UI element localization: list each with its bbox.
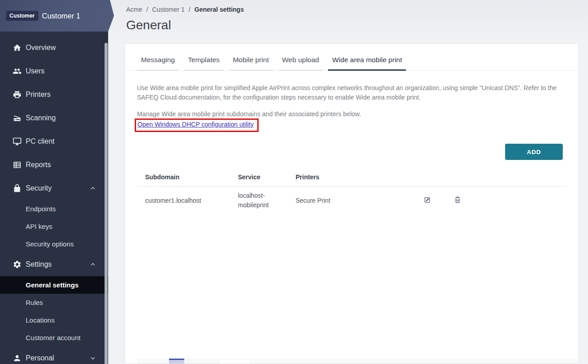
sidebar-item-reports[interactable]: Reports xyxy=(0,153,108,177)
column-header-printers: Printers xyxy=(287,173,413,181)
delete-icon xyxy=(454,196,463,204)
users-icon xyxy=(13,67,22,76)
table-header-row: Subdomain Service Printers xyxy=(137,167,567,187)
sidebar-item-label: Printers xyxy=(26,91,50,99)
chevron-up-icon[interactable] xyxy=(89,185,96,192)
reports-icon xyxy=(13,160,22,169)
printer-icon xyxy=(13,90,22,99)
sidebar-subitem-label: General settings xyxy=(26,281,79,289)
sidebar-item-overview[interactable]: Overview xyxy=(0,36,108,59)
chevron-down-icon[interactable] xyxy=(89,355,96,362)
sidebar-subitem-label: Locations xyxy=(26,316,55,324)
dhcp-utility-link[interactable]: Open Windows DHCP configuration utility xyxy=(137,121,254,128)
sidebar-item-scanning[interactable]: Scanning xyxy=(0,106,108,130)
sidebar-item-label: PC client xyxy=(26,137,55,146)
intro-text: Use Wide area mobile print for simplifie… xyxy=(137,83,565,102)
annotation-highlight-box: Open Windows DHCP configuration utility xyxy=(135,118,259,132)
sidebar-item-pc-client[interactable]: PC client xyxy=(0,130,108,153)
scanner-icon xyxy=(13,114,22,123)
lock-icon xyxy=(13,184,22,193)
edit-button[interactable] xyxy=(424,196,433,205)
manage-section: Manage Wide area mobile print subdomains… xyxy=(137,109,566,132)
tab-mobile-print[interactable]: Mobile print xyxy=(229,53,273,71)
toolbar: ADD xyxy=(125,144,563,160)
breadcrumb-separator: / xyxy=(146,6,148,13)
sidebar-subitem-label: Rules xyxy=(26,299,43,306)
sidebar-item-endpoints[interactable]: Endpoints xyxy=(0,200,108,218)
sidebar-item-printers[interactable]: Printers xyxy=(0,83,108,106)
edit-icon xyxy=(424,196,433,204)
chevron-up-icon[interactable] xyxy=(89,261,96,268)
sidebar-nav: Overview Users Printers Scanning xyxy=(0,32,108,364)
account-name: Customer 1 xyxy=(42,12,80,20)
sidebar-item-label: Scanning xyxy=(26,114,56,122)
sidebar-subitem-label: API keys xyxy=(26,223,52,230)
sidebar-item-api-keys[interactable]: API keys xyxy=(0,218,108,235)
sidebar-item-general-settings[interactable]: General settings xyxy=(0,276,108,294)
cell-service: localhost-mobileprint xyxy=(230,191,287,210)
gear-icon xyxy=(13,260,22,269)
person-icon xyxy=(13,354,22,363)
add-button[interactable]: ADD xyxy=(505,144,563,160)
next-section-edge xyxy=(137,359,578,364)
cell-printers: Secure Print xyxy=(287,197,413,204)
sidebar-item-customer-account[interactable]: Customer account xyxy=(0,329,108,346)
home-icon xyxy=(13,43,22,52)
column-header-subdomain: Subdomain xyxy=(137,173,230,181)
tab-web-upload[interactable]: Web upload xyxy=(278,53,323,71)
sidebar-item-security-options[interactable]: Security options xyxy=(0,235,108,253)
sidebar-item-label: Users xyxy=(26,67,45,75)
sidebar-item-label: Security xyxy=(26,184,52,192)
page-title: General xyxy=(126,18,578,32)
tab-messaging[interactable]: Messaging xyxy=(137,53,179,71)
subdomains-table: Subdomain Service Printers customer1.loc… xyxy=(137,167,567,214)
manage-text: Manage Wide area mobile print subdomains… xyxy=(137,109,566,119)
sidebar-item-label: Personal xyxy=(26,354,54,362)
sidebar-scrollbar[interactable] xyxy=(105,43,108,364)
breadcrumb-separator: / xyxy=(189,6,191,13)
sidebar-item-rules[interactable]: Rules xyxy=(0,294,108,311)
settings-card: Messaging Templates Mobile print Web upl… xyxy=(125,44,578,364)
sidebar-subitem-label: Customer account xyxy=(26,334,81,341)
sidebar-item-label: Settings xyxy=(26,260,52,268)
monitor-icon xyxy=(13,137,22,146)
app-root: Customer Customer 1 Overview Users xyxy=(0,0,588,364)
sidebar: Customer Customer 1 Overview Users xyxy=(0,0,108,364)
breadcrumb: Acme / Customer 1 / General settings xyxy=(126,6,578,13)
table-row: customer1.localhost localhost-mobileprin… xyxy=(137,187,567,214)
sidebar-item-security[interactable]: Security xyxy=(0,177,108,200)
partial-tab-element xyxy=(169,359,184,364)
breadcrumb-current: General settings xyxy=(195,6,244,13)
partial-chip-element xyxy=(220,360,249,364)
sidebar-item-personal[interactable]: Personal xyxy=(0,346,108,364)
sidebar-item-users[interactable]: Users xyxy=(0,59,108,83)
sidebar-item-locations[interactable]: Locations xyxy=(0,311,108,329)
sidebar-subitem-label: Endpoints xyxy=(26,205,56,213)
tab-wide-area-mobile-print[interactable]: Wide area mobile print xyxy=(328,53,406,71)
column-header-service: Service xyxy=(230,173,287,181)
sidebar-account-header: Customer Customer 1 xyxy=(0,0,114,32)
sidebar-subitem-label: Security options xyxy=(26,240,74,248)
breadcrumb-customer-1[interactable]: Customer 1 xyxy=(152,6,184,13)
main-content: Acme / Customer 1 / General settings Gen… xyxy=(108,0,588,364)
sidebar-item-label: Reports xyxy=(26,161,51,169)
tab-bar: Messaging Templates Mobile print Web upl… xyxy=(125,44,578,71)
tab-templates[interactable]: Templates xyxy=(184,53,224,71)
cell-subdomain: customer1.localhost xyxy=(137,197,230,204)
account-type-badge: Customer xyxy=(6,11,38,21)
breadcrumb-acme[interactable]: Acme xyxy=(126,6,142,13)
delete-button[interactable] xyxy=(454,196,463,205)
sidebar-item-settings[interactable]: Settings xyxy=(0,253,108,276)
sidebar-item-label: Overview xyxy=(26,44,56,52)
